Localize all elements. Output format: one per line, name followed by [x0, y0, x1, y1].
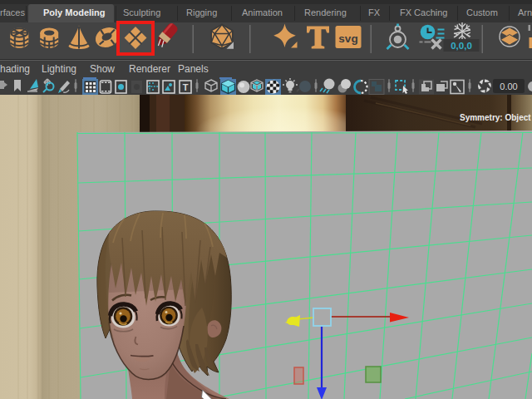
svg-text:0,0,0: 0,0,0	[451, 41, 472, 51]
svg-text:0.00: 0.00	[500, 81, 517, 91]
svg-text:svg: svg	[338, 32, 357, 45]
svg-text:T: T	[183, 82, 189, 92]
